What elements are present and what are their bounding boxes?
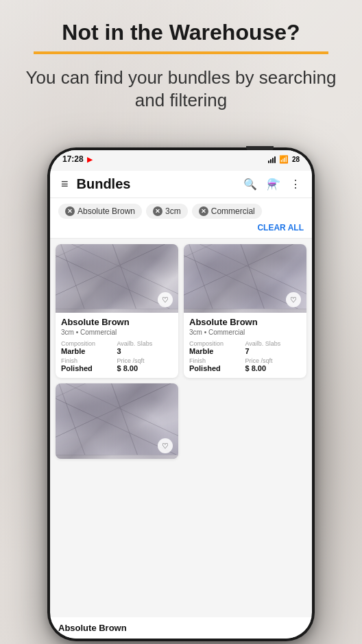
battery-indicator: 28 <box>292 156 300 163</box>
product-card-1[interactable]: ♡ Absolute Brown 3cm • Commercial Compos… <box>56 244 178 378</box>
favorite-button-2[interactable]: ♡ <box>286 292 301 307</box>
price-value-1: $ 8.00 <box>117 364 173 372</box>
filter-chip-commercial[interactable]: ✕ Commercial <box>192 204 262 219</box>
composition-label-2: Composition <box>189 340 245 347</box>
product-grid: ♡ Absolute Brown 3cm • Commercial Compos… <box>50 239 312 464</box>
status-time: 17:28 <box>62 154 84 164</box>
product-card-3[interactable]: ♡ <box>56 383 178 459</box>
card-image-bottom-1 <box>56 309 178 313</box>
header-section: Not in the Warehouse? You can find your … <box>0 0 362 118</box>
finish-value-1: Polished <box>61 364 117 372</box>
composition-group-2: Composition Marble <box>189 340 245 355</box>
status-right-icons: 📶 28 <box>268 155 300 164</box>
finish-label-2: Finish <box>189 357 245 364</box>
card-subtitle-2: 3cm • Commercial <box>189 329 301 336</box>
hamburger-icon[interactable]: ≡ <box>61 177 69 191</box>
favorite-button-3[interactable]: ♡ <box>158 438 173 453</box>
composition-label-1: Composition <box>61 340 117 347</box>
card-title-1: Absolute Brown <box>61 317 173 327</box>
gold-divider <box>34 51 328 54</box>
youtube-icon: ▶ <box>87 156 93 163</box>
phone-outer: 17:28 ▶ 📶 28 <box>47 147 315 641</box>
clear-all-button[interactable]: CLEAR ALL <box>257 223 304 232</box>
chip-label-absolute-brown: Absolute Brown <box>77 206 135 216</box>
card-subtitle-1: 3cm • Commercial <box>61 329 173 336</box>
card-image-2: ♡ <box>184 244 306 313</box>
price-label-1: Price /sqft <box>117 357 173 364</box>
filter-icon[interactable]: ⚗️ <box>267 178 280 191</box>
card-image-3: ♡ <box>56 383 178 459</box>
price-group-1: Price /sqft $ 8.00 <box>117 357 173 372</box>
finish-label-1: Finish <box>61 357 117 364</box>
bottom-card-label: Absolute Brown <box>50 617 312 639</box>
composition-group-1: Composition Marble <box>61 340 117 355</box>
main-title: Not in the Warehouse? <box>21 21 341 45</box>
slabs-label-2: Availb. Slabs <box>245 340 302 347</box>
filter-row: ✕ Absolute Brown ✕ 3cm ✕ Commercial CLEA… <box>50 198 312 239</box>
card-image-1: ♡ <box>56 244 178 313</box>
search-icon[interactable]: 🔍 <box>243 178 257 191</box>
phone-mockup: 17:28 ▶ 📶 28 <box>47 147 315 641</box>
price-group-2: Price /sqft $ 8.00 <box>245 357 302 372</box>
finish-group-1: Finish Polished <box>61 357 117 372</box>
slabs-value-1: 3 <box>117 347 173 355</box>
remove-3cm-icon[interactable]: ✕ <box>153 206 162 216</box>
chip-label-3cm: 3cm <box>165 206 181 216</box>
card-stats-1: Composition Marble Availb. Slabs 3 Finis… <box>61 340 173 372</box>
signal-icon <box>268 156 276 163</box>
slabs-label-1: Availb. Slabs <box>117 340 173 347</box>
app-bar: ≡ Bundles 🔍 ⚗️ ⋮ <box>50 171 312 198</box>
card-body-1: Absolute Brown 3cm • Commercial Composit… <box>56 313 178 378</box>
favorite-button-1[interactable]: ♡ <box>158 292 173 307</box>
finish-group-2: Finish Polished <box>189 357 245 372</box>
phone-screen: 17:28 ▶ 📶 28 <box>50 150 312 639</box>
filter-chip-absolute-brown[interactable]: ✕ Absolute Brown <box>58 204 142 219</box>
product-card-2[interactable]: ♡ Absolute Brown 3cm • Commercial Compos… <box>184 244 306 378</box>
price-label-2: Price /sqft <box>245 357 302 364</box>
slabs-group-2: Availb. Slabs 7 <box>245 340 302 355</box>
filter-chip-3cm[interactable]: ✕ 3cm <box>146 204 188 219</box>
card-image-bottom-2 <box>184 309 306 313</box>
app-title: Bundles <box>77 176 243 192</box>
bottom-label-text: Absolute Brown <box>58 623 127 633</box>
app-bar-actions: 🔍 ⚗️ ⋮ <box>243 178 301 191</box>
finish-value-2: Polished <box>189 364 245 372</box>
composition-value-1: Marble <box>61 347 117 355</box>
slabs-group-1: Availb. Slabs 3 <box>117 340 173 355</box>
price-value-2: $ 8.00 <box>245 364 302 372</box>
more-icon[interactable]: ⋮ <box>290 178 301 191</box>
card-body-2: Absolute Brown 3cm • Commercial Composit… <box>184 313 306 378</box>
remove-commercial-icon[interactable]: ✕ <box>199 206 208 216</box>
card-title-2: Absolute Brown <box>189 317 301 327</box>
chip-label-commercial: Commercial <box>211 206 255 216</box>
wifi-icon: 📶 <box>279 155 289 164</box>
composition-value-2: Marble <box>189 347 245 355</box>
remove-absolute-brown-icon[interactable]: ✕ <box>65 206 75 216</box>
status-bar: 17:28 ▶ 📶 28 <box>50 150 312 167</box>
card-stats-2: Composition Marble Availb. Slabs 7 Finis… <box>189 340 301 372</box>
slabs-value-2: 7 <box>245 347 302 355</box>
card-image-bottom-3 <box>56 455 178 459</box>
subtitle: You can find your bundles by searching a… <box>21 67 341 111</box>
